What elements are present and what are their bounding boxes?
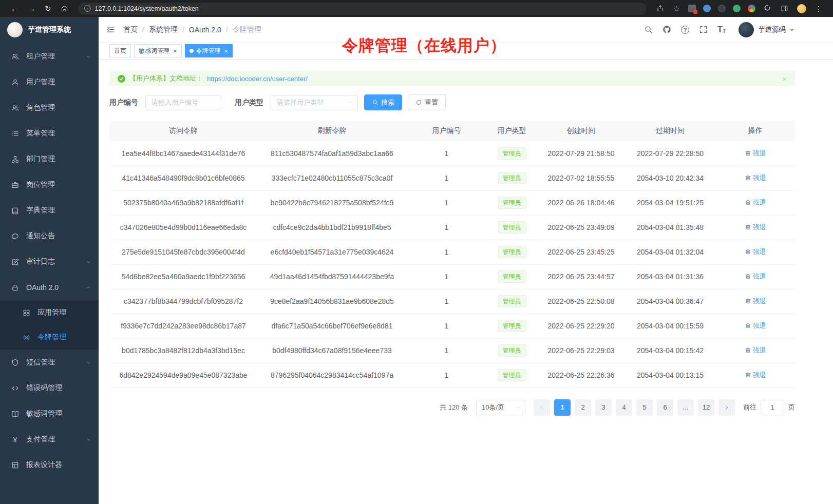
- prev-page-button[interactable]: [534, 399, 550, 416]
- extension-icon[interactable]: [748, 5, 755, 12]
- bookmark-star-icon[interactable]: ☆: [669, 5, 685, 12]
- doc-link[interactable]: https://doc.iocoder.cn/user-center/: [207, 75, 308, 83]
- sidebar-item-sensitive-word[interactable]: 敏感词管理: [0, 401, 99, 427]
- breadcrumb-item[interactable]: OAuth 2.0: [189, 26, 221, 34]
- goto-label: 前往: [743, 403, 756, 412]
- page-size-select[interactable]: 10条/页: [476, 400, 525, 415]
- column-header: 访问令牌: [109, 121, 257, 141]
- tab-token[interactable]: 令牌管理 ×: [185, 44, 233, 57]
- reset-button[interactable]: 重置: [408, 94, 446, 110]
- sidebar-item-notice[interactable]: 通知公告: [0, 223, 99, 249]
- action-cell: 强退: [715, 264, 795, 289]
- sidebar-item-sms[interactable]: 短信管理: [0, 350, 99, 375]
- page-button[interactable]: 5: [636, 399, 653, 416]
- page-button[interactable]: 3: [595, 399, 612, 416]
- submenu-item-app[interactable]: 应用管理: [0, 300, 99, 325]
- sidebar-item-audit-log[interactable]: 审计日志: [0, 249, 99, 275]
- extension-icon[interactable]: [688, 5, 696, 12]
- expire-time-cell: 2054-03-04 00:15:59: [625, 314, 715, 338]
- close-icon[interactable]: ×: [173, 48, 177, 54]
- force-logout-label: 强退: [753, 297, 766, 306]
- github-icon[interactable]: [662, 25, 671, 34]
- page-button[interactable]: 1: [554, 399, 571, 416]
- delete-icon: [745, 347, 751, 354]
- goto-page-input[interactable]: [761, 400, 784, 415]
- back-icon[interactable]: ←: [6, 5, 23, 12]
- search-icon[interactable]: [644, 25, 653, 34]
- sidebar-item-dict[interactable]: 字典管理: [0, 198, 99, 223]
- sidebar-collapse-icon[interactable]: [106, 25, 115, 34]
- force-logout-button[interactable]: 强退: [745, 297, 766, 306]
- force-logout-label: 强退: [753, 198, 766, 207]
- tab-home[interactable]: 首页: [109, 44, 131, 57]
- page-button[interactable]: 6: [657, 399, 673, 416]
- delete-icon: [745, 372, 751, 378]
- force-logout-button[interactable]: 强退: [745, 223, 766, 232]
- tab-sensitive-word[interactable]: 敏感词管理 ×: [134, 44, 182, 57]
- token-table: 访问令牌 刷新令牌 用户编号 用户类型 创建时间 过期时间 操作 1ea5e44…: [109, 121, 795, 388]
- access-token-cell: 54d6be82ee5a460a9aedc1f9bf223656: [109, 264, 257, 289]
- site-info-icon[interactable]: i: [84, 5, 91, 12]
- user-id-cell: 1: [407, 240, 486, 264]
- next-page-button[interactable]: [718, 399, 735, 416]
- force-logout-button[interactable]: 强退: [745, 198, 766, 207]
- force-logout-button[interactable]: 强退: [745, 371, 766, 380]
- forward-icon[interactable]: →: [23, 5, 40, 12]
- access-token-cell: 41c41346a548490f9dc8b01c6bfe0865: [109, 166, 257, 190]
- help-icon[interactable]: ?: [681, 26, 689, 34]
- sidebar-item-payment[interactable]: ¥ 支付管理: [0, 427, 99, 452]
- search-button[interactable]: 搜索: [364, 94, 402, 110]
- sidebar-item-menu[interactable]: 菜单管理: [0, 121, 99, 146]
- force-logout-button[interactable]: 强退: [745, 321, 766, 331]
- extension-icon[interactable]: [703, 5, 711, 12]
- submenu-item-token[interactable]: 令牌管理: [0, 325, 99, 350]
- user-type-select[interactable]: 请选择用户类型: [271, 95, 358, 110]
- sidebar-item-role[interactable]: 角色管理: [0, 95, 99, 121]
- page-button[interactable]: 2: [575, 399, 591, 416]
- delete-icon: [745, 150, 751, 157]
- page-button[interactable]: 4: [616, 399, 632, 416]
- app-logo[interactable]: 芋道管理系统: [0, 17, 99, 43]
- user-id-input[interactable]: [145, 95, 221, 110]
- app-grid-icon: [23, 309, 30, 317]
- force-logout-button[interactable]: 强退: [745, 247, 766, 257]
- browser-menu-icon[interactable]: ⋮: [810, 5, 827, 12]
- reload-icon[interactable]: ↻: [40, 5, 56, 12]
- sidebar-item-post[interactable]: 岗位管理: [0, 172, 99, 198]
- force-logout-button[interactable]: 强退: [745, 149, 766, 158]
- close-icon[interactable]: ×: [224, 48, 229, 54]
- side-panel-icon[interactable]: [781, 5, 788, 12]
- sidebar-item-oauth[interactable]: OAuth 2.0: [0, 275, 99, 300]
- user-id-cell: 1: [407, 363, 486, 387]
- force-logout-button[interactable]: 强退: [745, 272, 766, 281]
- token-table-body: 1ea5e44f8bc1467aaede43144f31de76 811c530…: [109, 141, 795, 387]
- sidebar-item-report-designer[interactable]: 报表设计器: [0, 452, 99, 478]
- page-button[interactable]: 12: [698, 399, 714, 416]
- user-menu[interactable]: 芋道源码: [739, 22, 794, 37]
- sidebar-item-tenant[interactable]: 租户管理: [0, 44, 99, 69]
- expire-time-cell: 2054-03-04 01:31:36: [625, 264, 715, 289]
- sidebar-item-error-code[interactable]: 错误码管理: [0, 375, 99, 401]
- font-size-icon[interactable]: TT: [717, 26, 726, 34]
- breadcrumb-item[interactable]: 系统管理: [149, 25, 178, 34]
- extension-icon[interactable]: [718, 5, 726, 12]
- home-icon[interactable]: [61, 5, 68, 12]
- force-logout-label: 强退: [753, 371, 766, 380]
- browser-profile-avatar[interactable]: [797, 4, 806, 13]
- menu-list-icon: [11, 130, 19, 138]
- report-layout-icon: [11, 461, 19, 469]
- address-bar[interactable]: i 127.0.0.1:1024/system/oauth2/token: [78, 3, 647, 15]
- fullscreen-icon[interactable]: [699, 25, 708, 34]
- access-token-cell: 6d842e2924594de9a09e45e087323abe: [109, 363, 257, 387]
- share-icon[interactable]: [656, 5, 664, 12]
- force-logout-button[interactable]: 强退: [745, 346, 766, 355]
- sidebar-item-dept[interactable]: 部门管理: [0, 146, 99, 172]
- force-logout-button[interactable]: 强退: [745, 173, 766, 183]
- extensions-puzzle-icon[interactable]: [764, 5, 771, 12]
- breadcrumb-item[interactable]: 首页: [123, 25, 138, 34]
- close-icon[interactable]: ×: [782, 74, 787, 83]
- chevron-down-icon: [86, 54, 91, 60]
- page-button[interactable]: ...: [677, 399, 694, 416]
- sidebar-item-user[interactable]: 用户管理: [0, 69, 99, 95]
- extension-icon[interactable]: [733, 5, 741, 12]
